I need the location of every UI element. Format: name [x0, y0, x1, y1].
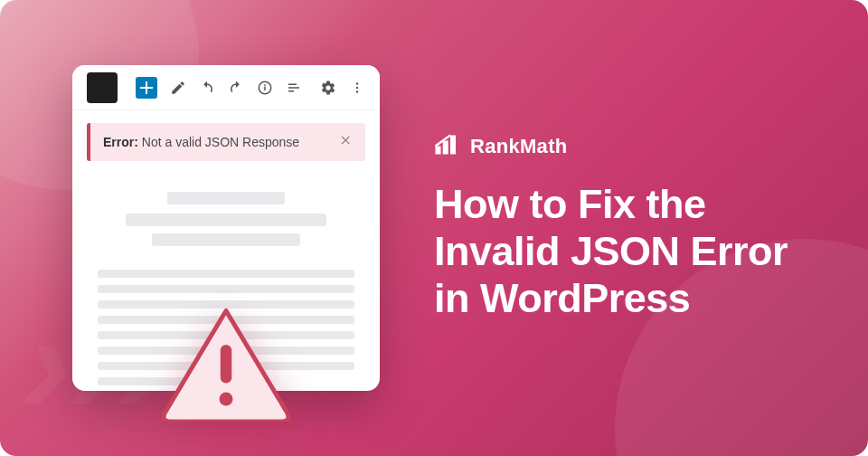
brand-name: RankMath [470, 135, 568, 158]
redo-icon[interactable] [228, 80, 244, 96]
hero-banner: ››› [0, 0, 868, 456]
rankmath-logo-icon [434, 134, 461, 159]
svg-rect-9 [221, 345, 232, 384]
svg-rect-12 [443, 141, 448, 155]
error-text: Error: Not a valid JSON Response [103, 135, 299, 149]
error-label: Error: [103, 135, 138, 149]
skeleton-line [126, 214, 326, 226]
add-block-icon [136, 77, 157, 99]
skeleton-line [98, 285, 354, 293]
undo-icon[interactable] [199, 80, 215, 96]
svg-rect-4 [288, 87, 299, 89]
svg-rect-3 [288, 83, 297, 85]
svg-rect-5 [288, 90, 294, 92]
svg-rect-13 [450, 136, 456, 155]
error-message: Not a valid JSON Response [142, 135, 299, 149]
toolbar-right-group [320, 80, 365, 96]
text-column: RankMath How to Fix the Invalid JSON Err… [434, 134, 814, 321]
headline: How to Fix the Invalid JSON Error in Wor… [434, 181, 814, 321]
details-icon[interactable] [286, 80, 302, 96]
svg-rect-2 [264, 84, 266, 86]
skeleton-line [152, 233, 301, 246]
svg-rect-1 [264, 86, 266, 90]
content-row: Error: Not a valid JSON Response [0, 0, 868, 456]
gear-icon[interactable] [320, 80, 336, 96]
warning-icon [158, 304, 294, 422]
svg-point-8 [356, 90, 358, 92]
add-block-button[interactable] [136, 77, 157, 99]
editor-mockup: Error: Not a valid JSON Response [72, 65, 380, 391]
svg-rect-11 [436, 147, 441, 155]
svg-point-10 [220, 393, 233, 406]
kebab-icon[interactable] [349, 80, 365, 96]
wp-logo-placeholder [87, 72, 118, 103]
svg-point-6 [356, 82, 358, 84]
skeleton-line [98, 270, 354, 278]
skeleton-title [167, 192, 286, 204]
svg-point-7 [356, 86, 358, 88]
close-icon[interactable] [340, 134, 353, 150]
pencil-icon[interactable] [170, 80, 186, 96]
toolbar-left-group [87, 72, 302, 103]
info-icon[interactable] [257, 80, 273, 96]
brand-lockup: RankMath [434, 134, 814, 159]
error-banner: Error: Not a valid JSON Response [87, 123, 365, 161]
editor-toolbar [72, 65, 380, 110]
